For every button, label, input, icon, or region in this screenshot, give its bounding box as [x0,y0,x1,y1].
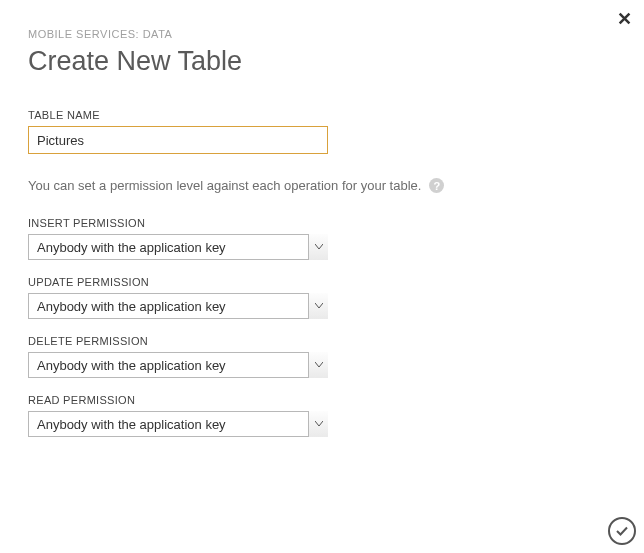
close-icon: ✕ [617,9,632,29]
read-permission-select[interactable]: Anybody with the application key [28,411,328,437]
update-permission-label: UPDATE PERMISSION [28,276,616,288]
insert-permission-select[interactable]: Anybody with the application key [28,234,328,260]
help-icon[interactable]: ? [429,178,444,193]
confirm-button[interactable] [608,517,636,545]
insert-permission-label: INSERT PERMISSION [28,217,616,229]
page-title: Create New Table [28,46,616,77]
update-permission-select[interactable]: Anybody with the application key [28,293,328,319]
check-icon [614,523,630,539]
close-button[interactable]: ✕ [613,6,636,32]
read-permission-label: READ PERMISSION [28,394,616,406]
permission-helper-text: You can set a permission level against e… [28,178,421,193]
table-name-input[interactable] [28,126,328,154]
table-name-label: TABLE NAME [28,109,616,121]
delete-permission-label: DELETE PERMISSION [28,335,616,347]
breadcrumb: MOBILE SERVICES: DATA [28,28,616,40]
dialog-content: MOBILE SERVICES: DATA Create New Table T… [0,0,644,437]
delete-permission-select[interactable]: Anybody with the application key [28,352,328,378]
